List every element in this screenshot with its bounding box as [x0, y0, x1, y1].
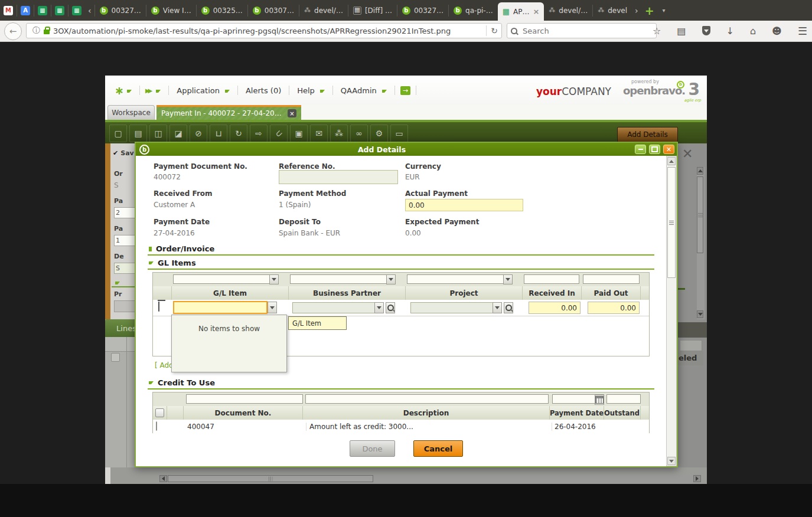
- business-partner-filter-input[interactable]: [290, 274, 387, 284]
- sheets-pinned-tab-icon[interactable]: ▦: [38, 6, 47, 15]
- bookmark-star-icon[interactable]: ☆: [653, 25, 661, 37]
- column-header[interactable]: Business Partner: [289, 286, 406, 300]
- url-bar[interactable]: ⓘ 3OX/automation/pi-smoke/last-results/q…: [26, 23, 502, 38]
- menu-application[interactable]: Application: [177, 86, 220, 95]
- gl-item-filter-input[interactable]: [173, 274, 270, 284]
- add-details-button[interactable]: Add Details: [617, 127, 678, 142]
- section-order-invoice[interactable]: Order/Invoice: [149, 244, 214, 253]
- page-info-icon[interactable]: ⓘ: [32, 25, 40, 36]
- workspace-star-icon[interactable]: ∗: [115, 84, 124, 97]
- browser-tab[interactable]: bView I…: [146, 0, 196, 21]
- search-input[interactable]: [521, 26, 642, 36]
- forum-icon[interactable]: ☻: [772, 25, 782, 37]
- column-header[interactable]: Received In: [523, 286, 582, 300]
- browser-tab-active[interactable]: ▦ AP… ×: [498, 2, 544, 21]
- browser-tab[interactable]: b00327…: [397, 0, 448, 21]
- browser-tab[interactable]: ⁂devel/…: [544, 0, 592, 21]
- row-checkbox[interactable]: [156, 421, 157, 431]
- tab-close-icon[interactable]: ×: [288, 109, 296, 117]
- reading-list-icon[interactable]: ▤: [677, 25, 686, 37]
- chevron-down-icon[interactable]: [225, 90, 230, 93]
- tools-icon[interactable]: ⚙: [370, 125, 388, 142]
- back-button[interactable]: ←: [4, 22, 22, 40]
- gl-item-combo-input[interactable]: [173, 301, 268, 314]
- tab-close-icon[interactable]: ×: [533, 7, 539, 16]
- project-filter-input[interactable]: [407, 274, 504, 284]
- downloads-icon[interactable]: ↓: [726, 25, 734, 37]
- delete-row-icon[interactable]: [158, 303, 159, 311]
- document-no-filter-input[interactable]: [186, 394, 303, 404]
- refresh-icon[interactable]: ↻: [230, 125, 247, 142]
- new-document-icon[interactable]: ▢: [109, 125, 127, 142]
- edit-grid-icon[interactable]: ▤: [129, 125, 147, 142]
- menu-alerts[interactable]: Alerts (0): [246, 86, 281, 95]
- reload-icon[interactable]: ↻: [491, 26, 498, 35]
- credit-data-row[interactable]: 400047 Amount left as credit: 3000... 26…: [153, 420, 649, 433]
- reference-no-input[interactable]: [279, 170, 398, 184]
- translate-pinned-tab-icon[interactable]: A: [21, 6, 30, 15]
- done-button[interactable]: Done: [350, 440, 395, 457]
- chevron-down-icon[interactable]: [156, 90, 161, 93]
- email-icon[interactable]: ✉: [310, 125, 328, 142]
- received-in-filter-input[interactable]: [524, 274, 579, 284]
- chevron-down-icon[interactable]: [320, 90, 325, 93]
- project-combo-dropdown-icon[interactable]: [493, 302, 502, 313]
- cancel-button[interactable]: Cancel: [413, 440, 463, 457]
- browser-tab[interactable]: ⁂devel: [593, 0, 632, 21]
- column-header[interactable]: Payment Date: [550, 406, 604, 420]
- gl-item-filter-dropdown-icon[interactable]: [269, 274, 279, 284]
- column-header[interactable]: Project: [406, 286, 523, 300]
- maximize-button[interactable]: [649, 145, 660, 154]
- browser-tab[interactable]: b00327…: [95, 0, 146, 21]
- attachment-icon[interactable]: ⊂: [270, 125, 288, 142]
- menu-help[interactable]: Help: [297, 86, 315, 95]
- section-gl-items[interactable]: GL Items: [149, 258, 196, 267]
- logout-icon[interactable]: →: [400, 86, 410, 95]
- tab-payment-in[interactable]: Payment In - 400072 - 27-04-20… ×: [156, 105, 301, 120]
- delete-icon[interactable]: ⊔: [210, 125, 227, 142]
- browser-tab[interactable]: b00307…: [248, 0, 299, 21]
- home-icon[interactable]: ⌂: [750, 25, 756, 37]
- sheets-pinned-tab-icon[interactable]: ▦: [55, 6, 64, 15]
- gl-item-combo-dropdown-icon[interactable]: [268, 302, 277, 313]
- modal-title-bar[interactable]: b Add Details ✕: [136, 143, 677, 156]
- chevron-down-icon[interactable]: [127, 90, 132, 93]
- browser-tab[interactable]: b00325…: [197, 0, 247, 21]
- browser-tab[interactable]: bqa-pi-…: [449, 0, 498, 21]
- tab-overflow-right-icon[interactable]: ›: [635, 6, 638, 15]
- project-filter-dropdown-icon[interactable]: [503, 274, 513, 284]
- browser-tab[interactable]: ⁂devel/…: [299, 0, 348, 21]
- gl-item-dropdown-panel[interactable]: No items to show: [171, 315, 287, 372]
- business-partner-filter-dropdown-icon[interactable]: [386, 274, 396, 284]
- tab-workspace[interactable]: Workspace: [107, 105, 155, 120]
- grid-toggle-icon[interactable]: ▭: [390, 125, 408, 142]
- hamburger-menu-icon[interactable]: ☰: [798, 25, 807, 37]
- sheets-pinned-tab-icon[interactable]: ▦: [72, 6, 81, 15]
- column-header[interactable]: Description: [303, 406, 550, 420]
- calendar-icon[interactable]: [595, 395, 604, 405]
- project-combo-input[interactable]: [410, 302, 493, 313]
- column-header[interactable]: Document No.: [184, 406, 303, 420]
- project-search-icon[interactable]: [504, 302, 513, 313]
- url-text[interactable]: 3OX/automation/pi-smoke/last-results/qa-…: [53, 27, 482, 35]
- save-close-icon[interactable]: ◪: [169, 125, 187, 142]
- minimize-button[interactable]: [635, 145, 646, 154]
- business-partner-combo-dropdown-icon[interactable]: [374, 302, 384, 313]
- tab-list-dropdown-icon[interactable]: ▾: [663, 7, 666, 14]
- browser-tab[interactable]: ▦[Diff] …: [348, 0, 397, 21]
- received-in-input[interactable]: 0.00: [529, 302, 581, 314]
- link-icon[interactable]: ∞: [350, 125, 368, 142]
- shield-icon[interactable]: [702, 26, 710, 35]
- new-tab-button[interactable]: +: [645, 4, 654, 17]
- select-all-checkbox[interactable]: [155, 408, 164, 417]
- business-partner-combo-input[interactable]: [292, 302, 375, 313]
- description-filter-input[interactable]: [305, 394, 549, 404]
- outstanding-filter-input[interactable]: [606, 394, 641, 404]
- actual-payment-input[interactable]: 0.00: [405, 199, 523, 211]
- section-credit-to-use[interactable]: Credit To Use: [149, 378, 215, 387]
- export-icon[interactable]: ⇨: [250, 125, 268, 142]
- gmail-pinned-tab-icon[interactable]: M: [4, 6, 13, 15]
- audit-trail-icon[interactable]: ⁂: [330, 125, 348, 142]
- chevron-down-icon[interactable]: [382, 90, 387, 93]
- menu-user[interactable]: QAAdmin: [341, 86, 377, 95]
